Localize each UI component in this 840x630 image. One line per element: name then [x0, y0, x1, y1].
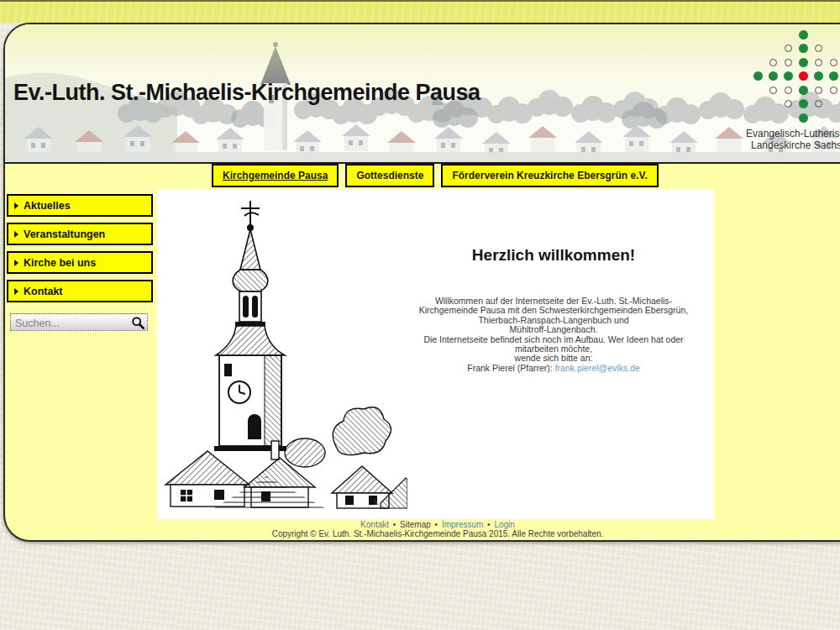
sidebar-item-kontakt[interactable]: Kontakt [7, 280, 153, 302]
logo-dot-outline [769, 59, 777, 66]
sidebar-item-kirche-bei-uns[interactable]: Kirche bei uns [7, 251, 153, 274]
logo-text: Evangelisch-Lutherische Landeskirche Sac… [746, 129, 840, 151]
contact-prefix: Frank Pierel (Pfarrer): [467, 363, 554, 373]
tab-gottesdienste[interactable]: Gottesdienste [345, 164, 434, 187]
welcome-section: Herzlich willkommen! Willkommen auf der … [411, 246, 696, 373]
page-background: { "page": { "header": { "title": "Ev.-Lu… [0, 0, 840, 630]
main-content: S. Herzlich willkommen! Willkommen auf d… [157, 189, 714, 519]
logo-dot-outline [815, 45, 822, 52]
logo-dot-outline [815, 59, 822, 66]
logo-dot-outline [769, 87, 777, 94]
logo-dot-green [799, 44, 808, 53]
logo-dot-green [784, 71, 793, 81]
page-title: Ev.-Luth. St.-Michaelis-Kirchgemeinde Pa… [13, 80, 480, 106]
contact-line: Frank Pierel (Pfarrer): frank.pierel@evl… [411, 364, 696, 373]
logo-dot-green [799, 86, 808, 95]
triangle-bullet-icon [14, 231, 18, 238]
dot-cross-icon [746, 28, 840, 125]
svg-text:S.: S. [374, 498, 380, 507]
logo-dot-outline [785, 45, 792, 52]
logo-dot-green [829, 71, 838, 81]
logo-dot-outline [830, 59, 837, 66]
logo-dot-outline [815, 100, 822, 108]
footer-link-kontakt[interactable]: Kontakt [360, 520, 389, 529]
sidebar-item-veranstaltungen[interactable]: Veranstaltungen [7, 223, 153, 245]
church-illustration: S. [164, 197, 407, 510]
search-box [10, 313, 148, 331]
logo-dot-outline [785, 59, 792, 66]
welcome-heading: Herzlich willkommen! [411, 246, 696, 265]
search-icon[interactable] [131, 316, 144, 329]
footer-link-login[interactable]: Login [494, 520, 514, 529]
page-container: Ev.-Luth. St.-Michaelis-Kirchgemeinde Pa… [3, 23, 840, 542]
footer: Kontakt • Sitemap • Impressum • Login Co… [5, 520, 840, 538]
logo-text-line1: Evangelisch-Lutherische [746, 129, 840, 140]
browser-top-strip [0, 0, 840, 23]
sidebar-item-aktuelles[interactable]: Aktuelles [7, 194, 153, 217]
footer-separator: • [487, 520, 491, 529]
logo-text-line2: Landeskirche Sachsens [751, 140, 840, 152]
main-nav: Kirchgemeinde Pausa Gottesdienste Förder… [212, 164, 659, 187]
triangle-bullet-icon [14, 202, 18, 209]
search-input[interactable] [13, 314, 126, 332]
logo-dot-outline [785, 87, 792, 94]
logo-dot-green [753, 71, 763, 81]
logo-dot-green [799, 99, 808, 108]
landeskirche-logo: Evangelisch-Lutherische Landeskirche Sac… [746, 28, 840, 160]
footer-separator: • [435, 520, 438, 529]
sidebar-menu: Aktuelles Veranstaltungen Kirche bei uns… [7, 194, 155, 331]
email-link[interactable]: frank.pierel@evlks.de [555, 363, 640, 373]
logo-dot-outline [815, 87, 822, 94]
footer-separator: • [393, 520, 396, 529]
logo-dot-red [799, 71, 808, 81]
header-banner: Ev.-Luth. St.-Michaelis-Kirchgemeinde Pa… [5, 24, 840, 164]
footer-links: Kontakt • Sitemap • Impressum • Login [5, 520, 840, 529]
logo-dot-green [814, 71, 823, 81]
logo-dot-outline [785, 100, 792, 108]
copyright-text: Copyright © Ev. Luth. St.-Michaelis-Kirc… [5, 529, 840, 538]
logo-dot-green [799, 113, 808, 123]
logo-dot-outline [830, 87, 837, 94]
logo-dot-green [799, 58, 808, 67]
logo-dot-green [799, 30, 808, 39]
tab-kirchgemeinde-pausa[interactable]: Kirchgemeinde Pausa [212, 164, 339, 187]
welcome-paragraph: Willkommen auf der Internetseite der Ev.… [411, 297, 696, 364]
triangle-bullet-icon [14, 260, 18, 266]
tab-foerderverein[interactable]: Förderverein Kreuzkirche Ebersgrün e.V. [441, 164, 658, 187]
logo-dot-green [769, 71, 778, 81]
triangle-bullet-icon [14, 288, 18, 295]
footer-link-sitemap[interactable]: Sitemap [400, 520, 431, 529]
footer-link-impressum[interactable]: Impressum [442, 520, 483, 529]
